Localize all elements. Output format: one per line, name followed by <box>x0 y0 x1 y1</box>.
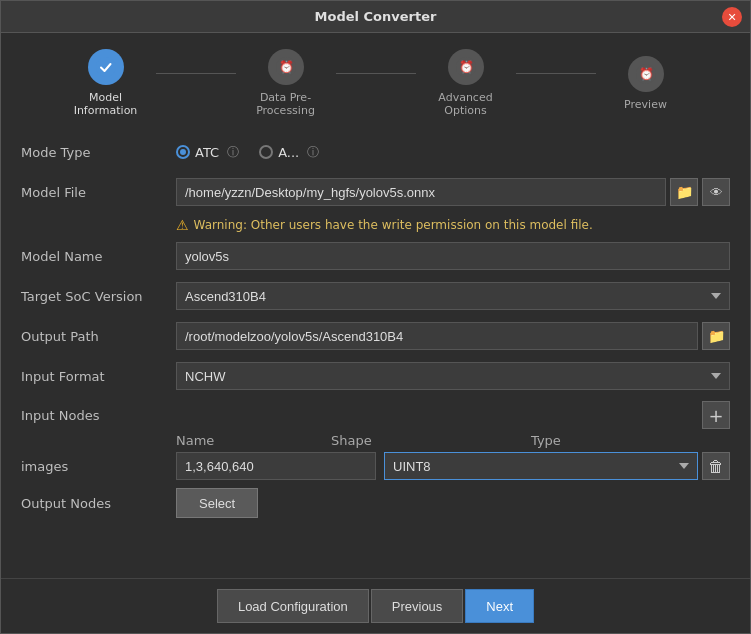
model-file-label: Model File <box>21 185 176 200</box>
output-nodes-label: Output Nodes <box>21 496 176 511</box>
main-window: Model Converter ✕ Model Information ⏰ Da… <box>0 0 751 634</box>
step-label-data: Data Pre-Processing <box>236 91 336 117</box>
target-soc-select[interactable]: Ascend310B4 Ascend310 Ascend910 <box>176 282 730 310</box>
step-label-preview: Preview <box>596 98 696 111</box>
step-label-model: Model Information <box>56 91 156 117</box>
input-format-label: Input Format <box>21 369 176 384</box>
model-file-browse-button[interactable]: 📁 <box>670 178 698 206</box>
add-input-node-button[interactable]: + <box>702 401 730 429</box>
delete-node-button[interactable]: 🗑 <box>702 452 730 480</box>
warning-text: Warning: Other users have the write perm… <box>194 218 593 232</box>
connector-1 <box>156 73 236 74</box>
step-label-advanced: Advanced Options <box>416 91 516 117</box>
connector-2 <box>336 73 416 74</box>
next-button[interactable]: Next <box>465 589 534 623</box>
help-icon-atc[interactable]: ⓘ <box>227 144 239 161</box>
output-path-input[interactable] <box>176 322 698 350</box>
radio-a-label: A... <box>278 145 299 160</box>
model-name-label: Model Name <box>21 249 176 264</box>
target-soc-row: Target SoC Version Ascend310B4 Ascend310… <box>21 281 730 311</box>
input-nodes-right: + <box>176 401 730 429</box>
mode-type-control: ATC ⓘ A... ⓘ <box>176 144 730 161</box>
close-button[interactable]: ✕ <box>722 7 742 27</box>
step-icon-model <box>88 49 124 85</box>
output-path-browse-button[interactable]: 📁 <box>702 322 730 350</box>
output-path-label: Output Path <box>21 329 176 344</box>
input-format-row: Input Format NCHW NHWC ND NC1HWC0 <box>21 361 730 391</box>
step-icon-preview: ⏰ <box>628 56 664 92</box>
target-soc-label: Target SoC Version <box>21 289 176 304</box>
output-path-control: 📁 <box>176 322 730 350</box>
step-icon-data: ⏰ <box>268 49 304 85</box>
radio-atc-label: ATC <box>195 145 219 160</box>
col-name-header: Name <box>176 433 331 448</box>
svg-point-0 <box>96 57 116 77</box>
stepper: Model Information ⏰ Data Pre-Processing … <box>1 33 750 125</box>
step-advanced-options[interactable]: ⏰ Advanced Options <box>416 49 516 117</box>
step-icon-advanced: ⏰ <box>448 49 484 85</box>
model-file-row: Model File 📁 👁 <box>21 177 730 207</box>
radio-group: ATC ⓘ A... ⓘ <box>176 144 730 161</box>
node-shape-input[interactable] <box>176 452 376 480</box>
step-model-information[interactable]: Model Information <box>56 49 156 117</box>
radio-dot-a <box>259 145 273 159</box>
footer: Load Configuration Previous Next <box>1 578 750 633</box>
svg-text:⏰: ⏰ <box>278 59 293 74</box>
svg-text:⏰: ⏰ <box>458 59 473 74</box>
model-name-input[interactable] <box>176 242 730 270</box>
output-path-row: Output Path 📁 <box>21 321 730 351</box>
connector-3 <box>516 73 596 74</box>
help-icon-a[interactable]: ⓘ <box>307 144 319 161</box>
svg-text:⏰: ⏰ <box>638 66 653 81</box>
warning-icon: ⚠ <box>176 217 189 233</box>
model-file-control: 📁 👁 <box>176 178 730 206</box>
col-type-header: Type <box>531 433 730 448</box>
target-soc-control: Ascend310B4 Ascend310 Ascend910 <box>176 282 730 310</box>
step-data-preprocessing[interactable]: ⏰ Data Pre-Processing <box>236 49 336 117</box>
select-button[interactable]: Select <box>176 488 258 518</box>
radio-dot-atc <box>176 145 190 159</box>
col-shape-header: Shape <box>331 433 531 448</box>
step-preview[interactable]: ⏰ Preview <box>596 56 696 111</box>
node-data-row: images UINT8 FLOAT16 FLOAT32 INT8 INT16 … <box>21 452 730 480</box>
title-bar: Model Converter ✕ <box>1 1 750 33</box>
form-area: Mode Type ATC ⓘ A... ⓘ Model <box>1 125 750 578</box>
input-nodes-label: Input Nodes <box>21 408 176 423</box>
radio-atc[interactable]: ATC ⓘ <box>176 144 239 161</box>
output-nodes-row: Output Nodes Select <box>21 488 730 518</box>
output-nodes-control: Select <box>176 488 730 518</box>
window-title: Model Converter <box>315 9 437 24</box>
input-nodes-header: Input Nodes + <box>21 401 730 429</box>
input-format-control: NCHW NHWC ND NC1HWC0 <box>176 362 730 390</box>
node-type-select[interactable]: UINT8 FLOAT16 FLOAT32 INT8 INT16 INT32 U… <box>384 452 698 480</box>
radio-a[interactable]: A... ⓘ <box>259 144 319 161</box>
input-format-select[interactable]: NCHW NHWC ND NC1HWC0 <box>176 362 730 390</box>
mode-type-label: Mode Type <box>21 145 176 160</box>
nodes-header-row: Name Shape Type <box>21 433 730 448</box>
load-configuration-button[interactable]: Load Configuration <box>217 589 369 623</box>
model-name-control <box>176 242 730 270</box>
model-file-input[interactable] <box>176 178 666 206</box>
mode-type-row: Mode Type ATC ⓘ A... ⓘ <box>21 137 730 167</box>
node-name-value: images <box>21 459 176 474</box>
previous-button[interactable]: Previous <box>371 589 464 623</box>
model-name-row: Model Name <box>21 241 730 271</box>
model-file-eye-button[interactable]: 👁 <box>702 178 730 206</box>
warning-row: ⚠ Warning: Other users have the write pe… <box>21 217 730 233</box>
